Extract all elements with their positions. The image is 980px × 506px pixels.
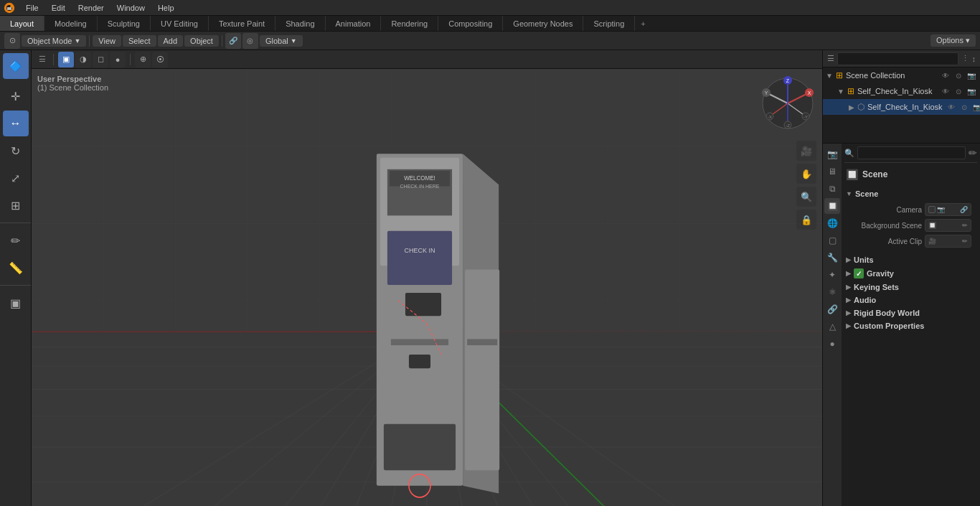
camera-prop-value[interactable]: 📷 🔗: [925, 203, 971, 216]
outliner-cam-btn[interactable]: 📷: [966, 70, 977, 81]
cursor-tool[interactable]: ✛: [3, 83, 29, 109]
pan-view-btn[interactable]: ✋: [796, 164, 816, 184]
viewport-canvas[interactable]: WELCOME! CHECK IN HERE CHECK IN: [32, 69, 822, 506]
outliner-item-1[interactable]: ▶ ⬡ Self_Check_In_Kiosk 👁 ⊙ 📷: [823, 99, 980, 115]
tab-geometry-nodes[interactable]: Geometry Nodes: [503, 16, 583, 31]
section-custom-props-header[interactable]: ▶ Custom Properties: [844, 319, 977, 332]
props-tab-particles[interactable]: ✦: [824, 267, 840, 283]
select-menu-btn[interactable]: Select: [123, 35, 156, 47]
overlay-btn[interactable]: ⦿: [152, 52, 168, 67]
props-tab-world[interactable]: 🌐: [824, 215, 840, 231]
properties-panel: 📷 🖥 ⧉ 🔲 🌐 ▢ 🔧 ✦ ⚛ 🔗 △ ● 🔍: [823, 144, 980, 506]
outliner-item-cam-0[interactable]: 📷: [966, 85, 977, 97]
viewport-menu-btn[interactable]: ☰: [36, 53, 49, 66]
outliner-item-0[interactable]: ▼ ⊞ Self_Check_In_Kiosk 👁 ⊙ 📷: [823, 83, 980, 99]
options-btn[interactable]: Options ▾: [930, 34, 976, 47]
render-mode-btn[interactable]: ▣: [58, 52, 74, 67]
scale-tool[interactable]: ⤢: [3, 165, 29, 191]
viewport-area[interactable]: ☰ ▣ ◑ ◻ ● ⊕ ⦿: [32, 50, 822, 506]
section-rigid-body-header[interactable]: ▶ Rigid Body World: [844, 306, 977, 319]
add-menu-btn[interactable]: Add: [158, 35, 184, 47]
tab-modeling[interactable]: Modeling: [44, 16, 98, 31]
props-pen-btn[interactable]: ✏: [969, 147, 977, 159]
transform-tool[interactable]: ⊞: [3, 192, 29, 218]
outliner-item-eye-1[interactable]: 👁: [946, 101, 957, 113]
tab-rendering[interactable]: Rendering: [381, 16, 438, 31]
props-tab-output[interactable]: 🖥: [824, 164, 840, 179]
material-mode-btn[interactable]: ●: [110, 52, 126, 67]
props-tab-physics[interactable]: ⚛: [824, 284, 840, 300]
tab-texture-paint[interactable]: Texture Paint: [209, 16, 275, 31]
props-tab-modifier[interactable]: 🔧: [824, 250, 840, 266]
transform-icons: 🔗 ◎: [225, 33, 258, 49]
props-tab-data[interactable]: △: [824, 319, 840, 334]
view-menu-btn[interactable]: View: [93, 35, 121, 47]
tab-compositing[interactable]: Compositing: [438, 16, 503, 31]
bg-scene-link-icon: ✏: [962, 222, 968, 229]
bg-scene-prop-value[interactable]: 🔲 ✏: [925, 219, 971, 232]
props-search-area[interactable]: 🔍: [844, 149, 854, 158]
outliner-search-input[interactable]: [837, 52, 958, 65]
annotate-tool[interactable]: ✏: [3, 228, 29, 253]
menu-edit[interactable]: Edit: [46, 2, 71, 14]
tab-animation[interactable]: Animation: [326, 16, 382, 31]
outliner-sort-btn[interactable]: ↕: [972, 55, 976, 63]
menu-window[interactable]: Window: [111, 2, 151, 14]
outliner-actions: 👁 ⊙ 📷: [940, 70, 977, 81]
tab-uv-editing[interactable]: UV Editing: [151, 16, 209, 31]
outliner-item-cam-1[interactable]: 📷: [971, 101, 980, 113]
tab-shading[interactable]: Shading: [275, 16, 325, 31]
rotate-tool[interactable]: ↻: [3, 138, 29, 164]
viewport-display-btns: ▣ ◑ ◻ ●: [58, 52, 126, 67]
tab-sculpting[interactable]: Sculpting: [98, 16, 151, 31]
section-keying-header[interactable]: ▶ Keying Sets: [844, 281, 977, 294]
add-workspace-btn[interactable]: +: [638, 16, 648, 31]
object-menu-btn[interactable]: Object: [184, 35, 219, 47]
wireframe-mode-btn[interactable]: ◻: [93, 52, 108, 67]
viewport-grid: WELCOME! CHECK IN HERE CHECK IN: [32, 69, 822, 506]
viewport-gizmo[interactable]: X Y Z -Y -X: [759, 75, 816, 132]
mode-icon-btn[interactable]: ⊙: [4, 33, 20, 49]
outliner-filter-btn[interactable]: ⋮: [961, 54, 969, 63]
outliner-item-cursor-0[interactable]: ⊙: [953, 85, 964, 97]
object-mode-btn[interactable]: Object Mode ▼: [22, 35, 86, 47]
active-clip-prop-value[interactable]: 🎥 ✏: [925, 235, 971, 248]
camera-view-btn[interactable]: 🎥: [796, 141, 816, 161]
props-tab-constraints[interactable]: 🔗: [824, 301, 840, 317]
menu-help[interactable]: Help: [152, 2, 180, 14]
lock-view-btn[interactable]: 🔒: [796, 210, 816, 230]
outliner-item-eye-0[interactable]: 👁: [940, 85, 951, 97]
props-tab-render[interactable]: 📷: [824, 146, 840, 162]
measure-tool[interactable]: 📏: [3, 255, 29, 281]
section-audio-header[interactable]: ▶ Audio: [844, 294, 977, 306]
section-scene-header[interactable]: ▼ Scene: [844, 187, 977, 200]
outliner-item-cursor-1[interactable]: ⊙: [958, 101, 970, 113]
outliner-scene-collection[interactable]: ▼ ⊞ Scene Collection 👁 ⊙ 📷: [823, 67, 980, 83]
props-tab-object[interactable]: ▢: [824, 233, 840, 248]
props-tab-scene[interactable]: 🔲: [824, 198, 840, 214]
outliner-cursor-btn[interactable]: ⊙: [953, 70, 964, 81]
props-search-input[interactable]: [857, 146, 966, 159]
transform-space-btn[interactable]: Global ▼: [260, 35, 303, 47]
solid-mode-btn[interactable]: ◑: [75, 52, 91, 67]
mesh-item-icon-1: ⬡: [857, 102, 864, 112]
tab-scripting[interactable]: Scripting: [583, 16, 635, 31]
add-cube-tool[interactable]: ▣: [3, 290, 29, 316]
menu-render[interactable]: Render: [72, 2, 110, 14]
section-gravity-header[interactable]: ▶ ✓ Gravity: [844, 266, 977, 281]
props-tab-material[interactable]: ●: [824, 336, 840, 352]
svg-text:X: X: [808, 90, 811, 95]
svg-text:CHECK IN HERE: CHECK IN HERE: [400, 182, 440, 189]
menu-file[interactable]: File: [20, 2, 44, 14]
zoom-view-btn[interactable]: 🔍: [796, 187, 816, 207]
tab-layout[interactable]: Layout: [0, 16, 44, 31]
snap-icon-btn[interactable]: 🔗: [225, 33, 241, 49]
section-units-header[interactable]: ▶ Units: [844, 253, 977, 266]
outliner-eye-btn[interactable]: 👁: [940, 70, 951, 81]
proportional-edit-btn[interactable]: ◎: [242, 33, 258, 49]
gravity-checkbox[interactable]: ✓: [854, 268, 864, 278]
props-tab-view-layer[interactable]: ⧉: [824, 181, 840, 197]
blender-icon-btn[interactable]: 🔷: [3, 53, 29, 79]
move-tool[interactable]: ↔: [3, 111, 29, 136]
xray-btn[interactable]: ⊕: [135, 52, 151, 67]
